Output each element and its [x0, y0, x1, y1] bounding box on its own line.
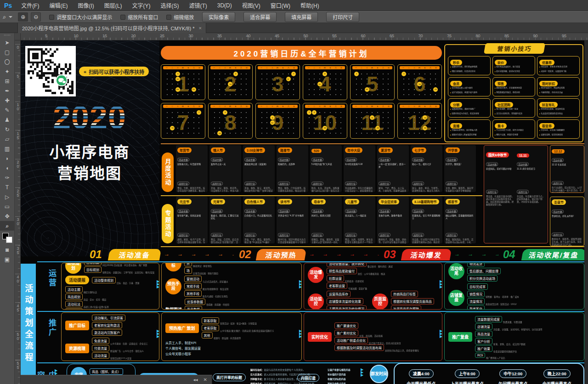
menu-item[interactable]: 文件(F): [16, 0, 44, 11]
mindmap-item: 商品数据: [185, 306, 202, 310]
mindmap-node: 实时优化: [308, 332, 332, 342]
activity-card: 毕业狂欢季活动主题青春毕业季，致敬不散场适用行业数码电子、美妆、服饰、旅拍等，针…: [377, 197, 409, 243]
mindmap-cluster: 推广目标活动曝光、引流获客老客转化复购激活激活站内沉默客户: [65, 315, 125, 336]
mindmap-node: 活动爆发: [308, 267, 324, 283]
activity-card-title: 元宵节: [211, 199, 225, 204]
magic-wand-tool[interactable]: ✦: [0, 67, 14, 76]
activity-card-title: 母亲节: [311, 199, 326, 204]
mindmap-item: 目标拆解: [84, 263, 102, 265]
document-tab[interactable]: 2020小程序电商营销地图.jpg @ 12.5% (扫码可以获得小程序扶持, …: [17, 23, 206, 33]
background-color-swatch[interactable]: [6, 237, 12, 243]
mindmap-item: 补货商品库存跟踪: [391, 305, 421, 310]
checkbox-icon[interactable]: [49, 15, 54, 20]
card-tag: 适用行业: [446, 181, 458, 185]
mini-window-bar: ◂◂ ✕: [21, 375, 212, 384]
mindmap-item-note: 免费流量、付费流量: [503, 317, 536, 322]
healing-brush-tool[interactable]: ✚: [0, 96, 14, 105]
color-swatches: [0, 232, 14, 245]
type-tool[interactable]: T: [0, 182, 14, 192]
menu-item[interactable]: 文字(Y): [127, 0, 155, 11]
tip-card: 限时折扣折扣时段集中，营造紧迫氛围与爆款搭配，带动全店流量倒计时展示，提高下单转…: [537, 77, 580, 96]
pen-tool[interactable]: ✑: [0, 173, 14, 182]
tip-card: 社区团购按小区建群，团长统一接龙次日达/自提结合，控制履约成本爆品引流，高频带低…: [492, 98, 535, 118]
menu-item[interactable]: 图层(L): [99, 0, 127, 11]
tip-line: 配合爆款专区承接流量: [539, 138, 577, 139]
poster-title-line1: 小程序电商: [30, 140, 149, 162]
mindmap-item-note: 公众号推送 图文/图片 · 社群运营 海报/商品链接/话题打卡: [220, 326, 302, 330]
menu-item[interactable]: 图像(I): [73, 0, 99, 11]
options-button[interactable]: 填充屏幕: [285, 12, 318, 22]
menu-item[interactable]: 视图(V): [237, 0, 266, 11]
marquee-tool[interactable]: ▢: [0, 47, 14, 57]
path-select-tool[interactable]: ▷: [0, 192, 14, 202]
blur-tool[interactable]: ◗: [0, 153, 14, 163]
time-caption: 全天曝光最低点: [407, 381, 435, 384]
chevron-down-icon[interactable]: [9, 16, 12, 18]
ruler-tick-label: 75: [447, 34, 452, 38]
shape-tool[interactable]: ▭: [0, 202, 14, 211]
history-brush-tool[interactable]: ↻: [0, 124, 14, 134]
wechat-icon: [56, 74, 68, 86]
menu-item[interactable]: 窗口(W): [266, 0, 295, 11]
ruler-tick-label: 45: [16, 304, 20, 312]
menu-item[interactable]: 编辑(E): [44, 0, 73, 11]
eraser-tool[interactable]: ▱: [0, 134, 14, 144]
activity-card-title: 夏凉节: [379, 147, 393, 153]
crop-tool[interactable]: ⊞: [0, 76, 14, 86]
brush-tool[interactable]: ✎: [0, 105, 14, 115]
tip-line: 分享得券，好友助力面额翻倍: [539, 129, 577, 131]
close-icon[interactable]: ✕: [204, 377, 207, 382]
zoom-in-button[interactable]: ⊕: [18, 12, 28, 22]
mindmap-item: 场: [184, 267, 192, 274]
move-tool[interactable]: ➤: [0, 38, 14, 47]
checkbox-icon[interactable]: [166, 15, 171, 20]
zoom-out-button[interactable]: ⊖: [31, 12, 41, 22]
flow-cell: 目标规划目标拆解同比2019年活动结果 · 环比增长指标 · 推广预算目标规划销…: [61, 263, 159, 310]
options-button[interactable]: 实际像素: [202, 12, 235, 22]
document-canvas[interactable]: « 扫码可以获得小程序扶持 2020 小程序电商 营销地图 2020营销日历&全…: [21, 40, 584, 384]
lasso-tool[interactable]: 〇: [0, 57, 14, 67]
special-card-column: 国庆&中秋节活动主题欢度国庆，花好月圆过中秋适用行业食品类、礼盒类目黄金档期，通…: [486, 151, 515, 241]
options-button[interactable]: 打印尺寸: [326, 12, 359, 22]
mindmap-node: 页面监控: [372, 294, 388, 310]
calendar-month-card: 一二三四五六日8325: [208, 103, 253, 139]
mindmap-item: 活动流量: [92, 352, 109, 359]
hand-tool[interactable]: ✥: [0, 211, 14, 221]
calendar-month-card: 一二三四五六日5120: [350, 64, 395, 100]
mindmap-item: 推广效果: [475, 345, 492, 352]
option-checkbox[interactable]: 细微缩放: [166, 13, 194, 21]
zoom-tool[interactable]: ⌕: [0, 221, 14, 231]
mindmap-item: 人员分工: [65, 308, 83, 310]
menu-item[interactable]: 3D(D): [212, 0, 237, 11]
time-chip: 上午8:00: [455, 369, 480, 378]
clone-stamp-tool[interactable]: ♟: [0, 115, 14, 124]
tip-line: 设定专属权益，刺激升级与复购: [450, 91, 488, 94]
close-icon[interactable]: ×: [198, 25, 201, 31]
card-text: 一年一度“清凉盛典”，清凉一夏: [379, 163, 407, 170]
checkbox-icon[interactable]: [120, 15, 125, 20]
quick-mask-tool[interactable]: ◙: [0, 245, 14, 254]
menu-item[interactable]: 帮助(H): [295, 0, 324, 11]
ruler-tick-label: 60: [361, 34, 366, 38]
screen-mode-tool[interactable]: ▣: [0, 254, 14, 264]
phase-number: 03: [384, 248, 396, 261]
gradient-tool[interactable]: ▥: [0, 144, 14, 153]
mindmap-node: 数据跟进: [165, 306, 182, 310]
card-text: 食品、服饰、户外装备等，结合踏青出游场景，推出出行套装、便携装等组合。: [278, 187, 307, 192]
restore-icon[interactable]: ◂◂: [193, 377, 198, 382]
calendar-highlight-date: 7: [197, 110, 201, 115]
eyedropper-tool[interactable]: ✒: [0, 86, 14, 96]
option-checkbox[interactable]: 调整窗口大小以满屏显示: [49, 13, 112, 21]
card-tag: 活动主题: [412, 209, 424, 213]
tip-line: 预售数据指导备货，降低风险: [495, 91, 533, 94]
card-text: 全品类，年度最大促销节点，提前预热蓄水，锁定用户预算，冲刺全年业绩高峰。: [517, 195, 546, 241]
calendar-highlight-date: 8: [286, 77, 291, 81]
options-button[interactable]: 适合屏幕: [243, 12, 277, 22]
menu-item[interactable]: 滤镜(T): [184, 0, 212, 11]
dodge-tool[interactable]: ◖: [0, 163, 14, 173]
option-checkbox[interactable]: 缩放所有窗口: [120, 13, 158, 21]
menu-item[interactable]: 选择(S): [155, 0, 184, 11]
mindmap-item: 商品流量: [475, 331, 492, 337]
card-tag: 适用行业: [211, 233, 223, 237]
send-time-node: 群发时间: [370, 365, 388, 383]
